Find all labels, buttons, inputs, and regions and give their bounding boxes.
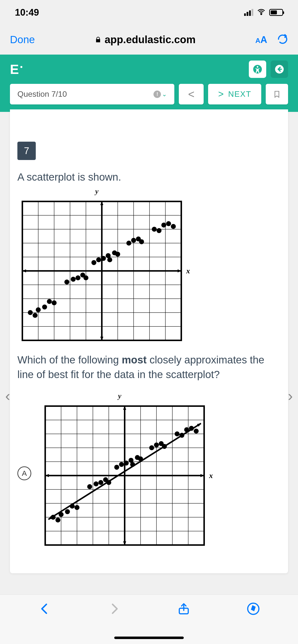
svg-point-30 [33,313,38,318]
app-header: E [0,54,298,84]
scatterplot-option-a: y x [40,392,214,550]
svg-point-34 [52,300,57,306]
share-button[interactable] [177,602,190,616]
chevron-right-icon: > [218,89,224,100]
svg-point-85 [59,512,64,517]
svg-point-33 [47,299,52,304]
svg-point-46 [115,252,120,257]
status-bar: 10:49 [0,0,298,25]
svg-point-93 [106,480,111,485]
svg-point-105 [175,432,180,436]
svg-point-94 [114,465,119,470]
svg-point-55 [171,224,176,229]
status-icons [244,8,283,17]
browser-back-button[interactable] [38,602,51,616]
svg-text:x: x [186,267,190,275]
svg-point-108 [189,426,194,431]
svg-point-52 [156,228,161,233]
svg-point-42 [101,256,106,261]
svg-point-86 [65,509,70,514]
svg-point-36 [71,276,76,282]
svg-point-44 [107,257,112,262]
question-prompt: A scatterplot is shown. [17,170,281,184]
svg-point-50 [139,239,144,244]
status-time: 10:49 [15,7,39,18]
svg-point-89 [87,484,92,489]
browser-bar: Done app.edulastic.com AA [0,25,298,54]
svg-point-87 [70,504,75,509]
svg-point-101 [149,445,154,450]
side-prev-button[interactable]: ‹ [2,387,14,404]
svg-point-2 [257,66,258,68]
svg-point-29 [28,310,33,315]
svg-point-54 [166,221,171,226]
browser-forward-button[interactable] [108,602,121,616]
battery-icon [269,9,283,16]
svg-point-91 [98,480,103,485]
svg-point-31 [36,307,41,312]
side-next-button[interactable]: › [284,387,296,404]
question-card: 7 A scatterplot is shown. y x Which of t… [10,110,288,573]
question-status-icon: !⌄ [153,90,167,98]
svg-point-95 [119,462,124,467]
svg-point-51 [152,227,157,232]
question-selector[interactable]: Question 7/10 !⌄ [10,84,174,104]
bookmark-button[interactable] [266,84,288,104]
svg-point-107 [184,428,189,432]
svg-point-88 [75,505,80,510]
accessibility-button[interactable] [249,60,266,78]
lock-icon [95,36,102,43]
svg-point-100 [138,456,143,462]
done-button[interactable]: Done [10,34,35,46]
svg-point-48 [131,238,136,243]
question-counter: Question 7/10 [17,90,67,99]
svg-point-35 [64,280,69,284]
prev-button[interactable]: < [179,84,204,104]
svg-point-109 [194,429,199,434]
svg-point-53 [161,222,166,228]
question-body: Which of the following most closely appr… [17,353,281,382]
svg-point-104 [162,444,167,449]
app-logo: E [10,62,22,77]
question-nav: Question 7/10 !⌄ < > NEXT [0,84,298,112]
svg-point-40 [91,260,96,265]
y-axis-label: y [40,392,199,400]
answer-option-a[interactable]: A y x [17,389,281,558]
scatterplot-question: y x [17,187,191,345]
back-arrow-button[interactable] [271,60,288,78]
svg-point-39 [83,275,88,280]
svg-point-47 [126,241,131,246]
safari-compass-button[interactable] [247,602,260,616]
svg-point-84 [55,518,60,523]
svg-point-106 [179,433,184,438]
svg-point-37 [76,275,81,280]
svg-point-32 [42,304,47,309]
svg-point-41 [96,257,101,262]
svg-point-96 [124,461,129,466]
option-letter: A [17,466,31,480]
reload-button[interactable] [277,34,288,46]
svg-point-90 [94,482,99,486]
next-button[interactable]: > NEXT [208,84,261,104]
svg-point-98 [130,462,135,467]
svg-point-83 [51,515,56,520]
svg-text:x: x [209,471,213,480]
cellular-icon [244,9,253,16]
question-number-badge: 7 [17,142,36,160]
text-size-button[interactable]: AA [255,34,267,45]
svg-point-102 [154,442,159,448]
url-text: app.edulastic.com [105,34,195,46]
y-axis-label: y [17,187,176,196]
address-bar[interactable]: app.edulastic.com [45,34,245,46]
svg-point-0 [261,14,262,15]
wifi-icon [257,8,266,17]
home-indicator [114,636,184,639]
